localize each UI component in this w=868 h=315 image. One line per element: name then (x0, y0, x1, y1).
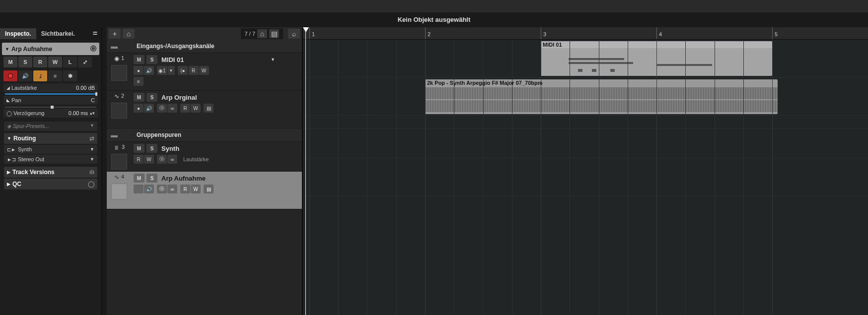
playhead[interactable] (305, 27, 306, 315)
timeline-ruler[interactable]: 12345 (303, 27, 868, 40)
audio-icon: ∿ (114, 174, 119, 181)
record-button[interactable] (134, 185, 144, 193)
mute-button[interactable]: M (134, 144, 145, 153)
track-row-selected[interactable]: ∿4 M S Arp Aufnahme 🔊 (107, 172, 302, 209)
channel-config-button[interactable]: ▤ (204, 185, 214, 193)
add-track-button[interactable]: + (109, 29, 121, 39)
loop-button[interactable]: ∞ (167, 155, 177, 164)
read-button[interactable]: R (189, 66, 199, 75)
track-name[interactable]: Arp Orginal (161, 94, 197, 101)
monitor-button[interactable]: 🔊 (18, 70, 32, 81)
freeze-button[interactable]: ✱ (63, 70, 77, 81)
track-preset-button[interactable]: ⌂ (123, 29, 135, 39)
record-enable-button[interactable] (3, 70, 17, 81)
solo-button[interactable]: S (146, 93, 157, 102)
loop-button[interactable]: ∞ (167, 185, 177, 193)
inspector-panel: Inspecto. Sichtbarkei. = ▼ Arp Aufnahme … (0, 27, 102, 315)
io-channels-folder[interactable]: ▬ Eingangs-/Ausgangskanäle (107, 40, 302, 53)
mute-button[interactable]: M (134, 174, 145, 183)
folder-icon: ▬ (111, 42, 118, 50)
musical-mode-button[interactable]: ♩ (33, 70, 47, 81)
loop-button[interactable]: ∞ (167, 104, 177, 113)
lane-button[interactable]: ≡ (48, 70, 62, 81)
ruler-mark: 4 (656, 27, 662, 39)
solo-button[interactable]: S (18, 57, 32, 67)
record-button[interactable]: ● (134, 104, 144, 113)
lock-button[interactable]: ⤢ (78, 57, 92, 67)
grid-line (396, 40, 397, 315)
input-transform-button[interactable]: ⟨● (178, 66, 188, 75)
agents-button[interactable]: ⌂ (257, 29, 267, 38)
mute-button[interactable]: M (3, 57, 17, 67)
dropdown-icon[interactable]: ▼ (271, 57, 275, 62)
track-versions-header[interactable]: ▶ Track Versions ılı (4, 167, 97, 178)
waveform (425, 87, 778, 99)
versions-icon[interactable]: ılı (89, 169, 94, 176)
filter-button[interactable]: ▤ (269, 29, 279, 38)
solo-button[interactable]: S (146, 174, 157, 183)
read-button[interactable]: R (134, 155, 144, 164)
write-button[interactable]: W (199, 66, 209, 75)
waveform (425, 100, 778, 112)
edit-button[interactable]: ⓔ (157, 185, 167, 193)
pan-row[interactable]: ◣ Pan C (3, 96, 98, 105)
track-name[interactable]: Synth (161, 145, 179, 152)
clock-icon: ◯ (6, 111, 12, 116)
inspector-track-header[interactable]: ▼ Arp Aufnahme ⓔ (2, 43, 99, 55)
dropdown-icon[interactable]: ▼ (168, 66, 175, 75)
automation-param[interactable]: Lautstärke (183, 156, 209, 162)
record-button[interactable]: ● (134, 66, 144, 75)
read-button[interactable]: R (180, 185, 190, 193)
listen-button[interactable]: L (63, 57, 77, 67)
monitor-button[interactable]: 🔊 (144, 104, 154, 113)
track-name[interactable]: MIDI 01 (161, 56, 184, 63)
monitor-button[interactable]: 🔊 (144, 185, 154, 193)
lanes-button[interactable]: ≡ (134, 77, 144, 86)
write-button[interactable]: W (191, 104, 201, 113)
channel-config-button[interactable]: ▤ (204, 104, 214, 113)
delay-row[interactable]: ◯ Verzögerung 0.00 ms ▴▾ (3, 109, 98, 118)
track-thumbnail (111, 103, 127, 119)
mute-button[interactable]: M (134, 93, 145, 102)
lane-divider (303, 195, 868, 196)
spinner-icon[interactable]: ▴▾ (90, 111, 95, 116)
solo-button[interactable]: S (146, 55, 157, 64)
routing-options-icon[interactable]: ⇄ (89, 135, 94, 142)
write-button[interactable]: W (48, 57, 62, 67)
routing-output[interactable]: ►⊐ Stereo Out ▼ (4, 155, 97, 164)
solo-button[interactable]: S (146, 144, 157, 153)
track-row[interactable]: ∿2 M S Arp Orginal ● 🔊 (107, 91, 302, 128)
read-button[interactable]: R (180, 104, 190, 113)
grid-line (685, 40, 686, 315)
routing-input[interactable]: ⊏► Synth ▼ (4, 145, 97, 154)
track-presets-button[interactable]: ◈ Spur-Presets... ▼ (4, 122, 97, 131)
volume-row[interactable]: ◢ Lautstärke 0.00 dB (3, 83, 98, 92)
search-button[interactable]: ⌕ (288, 29, 300, 39)
write-button[interactable]: W (191, 185, 201, 193)
status-bar: Kein Objekt ausgewählt (0, 12, 868, 27)
monitor-button[interactable]: 🔊 (144, 66, 154, 75)
qc-icon[interactable]: ◯ (88, 181, 94, 188)
qc-header[interactable]: ▶ QC ◯ (4, 179, 97, 189)
audio-clip[interactable]: 2k Pop - Synth Arpeggio F# Major 07_70bp… (425, 79, 778, 114)
tab-visibility[interactable]: Sichtbarkei. (36, 28, 80, 39)
pan-slider[interactable] (5, 107, 96, 108)
arrangement-view[interactable]: 12345 MIDI 01 2k Pop - Synth Arpeggio F#… (303, 27, 868, 315)
group-tracks-folder[interactable]: ▬ Gruppenspuren (107, 128, 302, 142)
tab-inspector[interactable]: Inspecto. (0, 28, 36, 39)
channel-button[interactable]: ◉ 1 (157, 66, 167, 75)
edit-instrument-button[interactable]: ⓔ (157, 104, 167, 113)
dropdown-icon: ▼ (90, 157, 94, 162)
edit-button[interactable]: ⓔ (157, 155, 167, 164)
volume-slider[interactable] (5, 93, 96, 95)
edit-channel-icon[interactable]: ⓔ (90, 45, 96, 53)
track-row[interactable]: ⫼3 M S Synth R W ⓔ (107, 142, 302, 172)
routing-section-header[interactable]: ▼ Routing ⇄ (4, 133, 97, 144)
write-button[interactable]: W (144, 155, 154, 164)
collapse-icon: ▼ (7, 136, 11, 141)
track-row[interactable]: ◉1 M S MIDI 01 ▼ ● 🔊 (107, 53, 302, 91)
track-name[interactable]: Arp Aufnahme (161, 175, 206, 182)
read-button[interactable]: R (33, 57, 47, 67)
inspector-menu-icon[interactable]: = (89, 29, 101, 38)
mute-button[interactable]: M (134, 55, 145, 64)
